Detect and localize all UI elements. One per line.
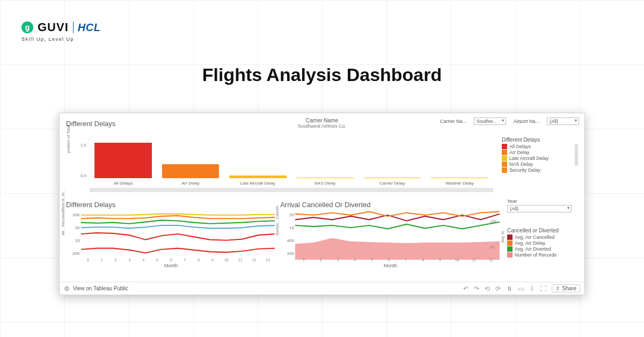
legend-label: Avg. Arr Delay [515,240,545,246]
bar-slot[interactable] [291,143,358,178]
bar-y-axis-label: portion of Total [66,125,71,153]
line-right-x-label: Month [279,263,502,268]
bar-category-label: Late Aircraft Delay [224,181,291,186]
bar-chart-scrollbar[interactable] [90,188,493,192]
bar[interactable] [94,143,152,178]
bar-slot[interactable] [358,143,426,178]
line-chart-left-panel: Different Delays 10K 1K 20 20K All... Se… [65,199,277,268]
bar-slot[interactable] [426,143,493,178]
bar-chart[interactable]: portion of Total 1.0 0.5 All DelaysArr D… [76,143,493,185]
year-filter-select[interactable]: (All) [507,205,572,213]
page-title: Flights Analysis Dashboard [0,64,644,85]
legend-label: Avg. Arr Diverted [515,246,551,252]
carrier-name-value: Southwest Airlines Co. [298,123,346,129]
svg-marker-0 [295,238,500,260]
x-tick: 2 [312,258,330,262]
x-tick: 6 [164,258,178,262]
tableau-toolbar: ⚙ View on Tableau Public ↶ ↷ ⟲ ⟳ ⏸ ▭ ⇩ ⛶… [60,282,584,295]
refresh-icon[interactable]: ⟳ [495,285,501,292]
download-icon[interactable]: ⇩ [529,285,535,292]
legend-swatch [507,235,513,240]
x-tick: 3 [330,258,347,262]
legend-swatch [507,246,513,252]
legend-item[interactable]: All Delays [502,144,577,149]
x-tick: 1 [295,258,312,262]
bar[interactable] [364,178,421,178]
x-tick: 10 [219,258,233,262]
pause-icon[interactable]: ⏸ [506,285,513,292]
legend-swatch [502,156,507,161]
redo-icon[interactable]: ↷ [474,285,479,292]
x-tick: 6 [380,258,398,262]
legend-item[interactable]: Security Delay [502,167,577,173]
bar-category-label: Arr Delay [157,181,224,186]
legend-label: Number of Records [515,252,557,258]
tableau-dashboard: Different Delays Carrier Name Southwest … [59,113,585,295]
bar-slot[interactable] [90,143,157,178]
bottom-legend-title: Cancelled or Diverted [507,228,579,233]
gear-icon[interactable]: ⚙ [64,285,70,292]
bar-y-ticks: 1.0 0.5 [74,143,86,178]
carrier-name-label: Carrier Name [298,118,346,123]
line-left-x-label: Month [65,263,277,268]
line-left-title: Different Delays [66,201,277,209]
right-controls-panel: Year (All) Cancelled or Diverted Avg. Ar… [504,199,579,268]
bar[interactable] [431,178,488,178]
bar[interactable] [229,175,287,178]
line-left-y-label: All... SecuWeaRest rit...th... [61,189,65,235]
share-icon: ⇪ [555,285,560,291]
x-tick: 3 [122,258,136,262]
x-tick: 11 [465,258,482,262]
x-tick: 7 [178,258,192,262]
legend-item[interactable]: NAS Delay [502,162,577,167]
legend-label: All Delays [509,144,531,149]
legend-item[interactable]: Late Aircraft Delay [502,156,577,161]
year-filter-label: Year [507,199,579,204]
line-right-y-label: Numbe... Cancell... [275,203,279,236]
x-tick: 9 [431,258,449,262]
view-on-public-link[interactable]: View on Tableau Public [73,285,128,291]
guvi-wordmark: GUVI [38,20,69,34]
x-tick: 2 [109,258,123,262]
hcl-wordmark: HCL [78,21,101,34]
x-tick: 0 [81,258,95,262]
x-tick: 8 [414,258,431,262]
x-tick: 8 [192,258,206,262]
x-tick: 13 [261,258,275,262]
legend-item[interactable]: Avg. Arr Cancelled [507,235,579,240]
guvi-logo-icon: g [21,21,33,33]
share-button[interactable]: ⇪ Share [552,284,580,292]
bar-category-label: Weather Delay [426,181,493,186]
legend-item[interactable]: Number of Records [507,252,579,258]
line-chart-left[interactable] [81,208,275,260]
legend-swatch [502,162,507,167]
legend-label: Late Aircraft Delay [509,156,549,161]
legend-swatch [502,150,507,155]
bar-category-label: NAS Delay [291,181,358,186]
bar-legend-title: Different Delays [502,137,577,143]
carrier-filter-select[interactable]: Southw... [474,118,506,125]
line-chart-right[interactable] [295,208,500,260]
device-preview-icon[interactable]: ▭ [518,285,524,292]
undo-icon[interactable]: ↶ [463,285,469,292]
bar[interactable] [296,178,354,178]
bar-slot[interactable] [157,143,224,178]
x-tick: 10 [449,258,466,262]
legend-label: Avg. Arr Cancelled [515,235,554,240]
x-tick: 7 [398,258,415,262]
legend-item[interactable]: Arr Delay [502,150,577,155]
legend-swatch [502,167,507,173]
revert-icon[interactable]: ⟲ [485,285,490,292]
airport-filter-select[interactable]: (All) [547,118,579,125]
bar-slot[interactable] [224,143,291,178]
legend-label: NAS Delay [509,162,533,167]
legend-item[interactable]: Avg. Arr Diverted [507,246,579,252]
carrier-name-header: Carrier Name Southwest Airlines Co. [298,118,346,129]
legend-item[interactable]: Avg. Arr Delay [507,240,579,246]
carrier-filter-label: Carrier Na... [440,119,466,124]
line-right-y-ticks: 20 10 400 200 [280,208,294,260]
brand-logo-block: g GUVI HCL Skill Up, Level Up [21,20,100,42]
bar-legend-scrollbar[interactable] [575,144,578,166]
fullscreen-icon[interactable]: ⛶ [540,285,546,292]
bar[interactable] [162,164,219,178]
